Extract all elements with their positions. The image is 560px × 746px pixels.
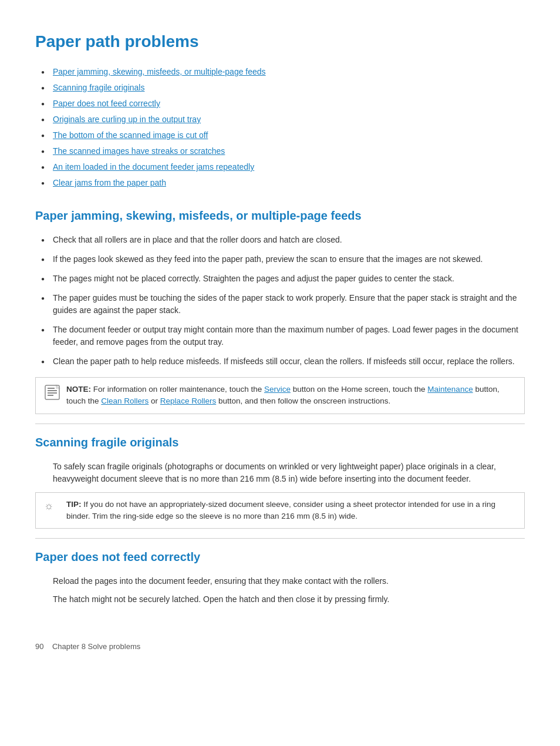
note-content: NOTE: For information on roller maintena…: [66, 384, 516, 408]
toc-item-6[interactable]: The scanned images have streaks or scrat…: [53, 145, 525, 157]
footer-page-number: 90: [35, 642, 43, 651]
note-text-before: For information on roller maintenance, t…: [93, 385, 264, 394]
list-item: Clean the paper path to help reduce misf…: [53, 355, 525, 368]
toc-item-7[interactable]: An item loaded in the document feeder ja…: [53, 161, 525, 173]
svg-rect-1: [48, 388, 55, 389]
section-divider-1: [35, 424, 525, 424]
section-divider-2: [35, 538, 525, 539]
note-text-after: button, and then follow the onscreen ins…: [216, 396, 390, 405]
fragile-body: To safely scan fragile originals (photog…: [53, 461, 525, 485]
list-item: Check that all rollers are in place and …: [53, 234, 525, 246]
note-text-mid3: or: [149, 396, 160, 405]
note-box-roller: NOTE: For information on roller maintena…: [35, 377, 525, 414]
svg-rect-4: [48, 395, 53, 396]
tip-content: TIP: If you do not have an appropriately…: [66, 499, 516, 523]
toc-item-2[interactable]: Scanning fragile originals: [53, 82, 525, 94]
note-link-maintenance[interactable]: Maintenance: [427, 385, 473, 394]
tip-text: If you do not have an appropriately-size…: [66, 500, 495, 520]
note-link-clean-rollers[interactable]: Clean Rollers: [101, 396, 149, 405]
section-title-not-feed: Paper does not feed correctly: [35, 548, 525, 566]
footer-chapter: Chapter 8 Solve problems: [52, 642, 140, 651]
jamming-bullets: Check that all rollers are in place and …: [35, 234, 525, 368]
toc-item-1[interactable]: Paper jamming, skewing, misfeeds, or mul…: [53, 66, 525, 78]
note-text-mid1: button on the Home screen, touch the: [291, 385, 427, 394]
note-link-service[interactable]: Service: [264, 385, 291, 394]
section-title-jamming: Paper jamming, skewing, misfeeds, or mul…: [35, 207, 525, 224]
toc-item-4[interactable]: Originals are curling up in the output t…: [53, 113, 525, 126]
list-item: The paper guides must be touching the si…: [53, 292, 525, 317]
list-item: The pages might not be placed correctly.…: [53, 273, 525, 285]
note-link-replace-rollers[interactable]: Replace Rollers: [160, 396, 216, 405]
tip-icon: ☼: [44, 499, 60, 513]
note-label: NOTE:: [66, 385, 91, 394]
page-title: Paper path problems: [35, 29, 525, 54]
svg-rect-2: [48, 390, 57, 391]
table-of-contents: Paper jamming, skewing, misfeeds, or mul…: [35, 66, 525, 189]
note-icon: [44, 384, 60, 401]
toc-item-8[interactable]: Clear jams from the paper path: [53, 177, 525, 189]
not-feed-body1: Reload the pages into the document feede…: [53, 575, 525, 587]
toc-item-5[interactable]: The bottom of the scanned image is cut o…: [53, 129, 525, 142]
tip-box-sleeve: ☼ TIP: If you do not have an appropriate…: [35, 492, 525, 529]
list-item: If the pages look skewed as they feed in…: [53, 253, 525, 266]
list-item: The document feeder or output tray might…: [53, 324, 525, 348]
toc-item-3[interactable]: Paper does not feed correctly: [53, 98, 525, 110]
tip-label: TIP:: [66, 500, 82, 509]
not-feed-body2: The hatch might not be securely latched.…: [53, 593, 525, 606]
footer: 90 Chapter 8 Solve problems: [35, 641, 525, 653]
section-title-fragile: Scanning fragile originals: [35, 434, 525, 451]
svg-rect-3: [48, 392, 57, 394]
